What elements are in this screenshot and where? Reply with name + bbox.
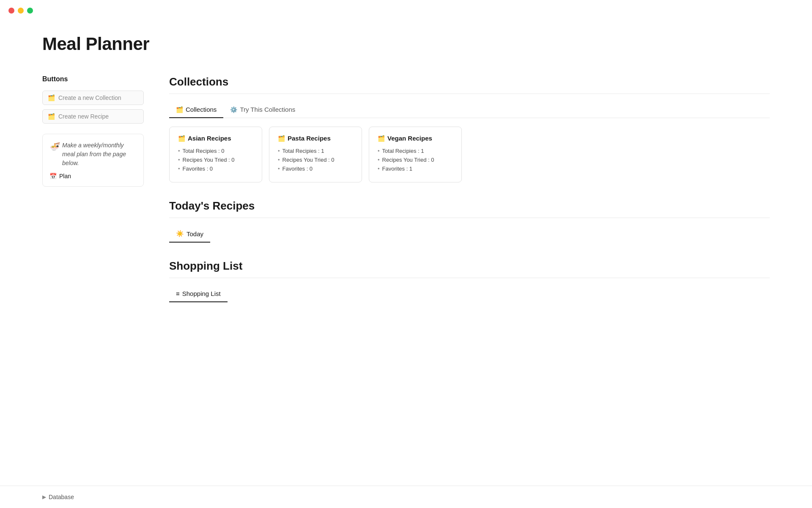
main-layout: Buttons 🗂️ Create a new Collection 🗂️ Cr… — [42, 75, 770, 319]
try-collections-tab-label: Try This Collections — [240, 106, 295, 113]
shopping-list-section: Shopping List ≡ Shopping List — [169, 260, 770, 302]
pasta-tried-recipies: Recipes You Tried : 0 — [278, 157, 353, 163]
tab-shopping-list[interactable]: ≡ Shopping List — [169, 286, 228, 302]
close-button[interactable] — [8, 8, 14, 14]
page-title: Meal Planner — [42, 34, 770, 54]
asian-recipes-label: Asian Recipes — [188, 135, 231, 142]
todays-recipes-divider — [169, 218, 770, 218]
tab-try-this-collections[interactable]: ⚙️ Try This Collections — [223, 102, 302, 118]
asian-total-recipies: Total Recipies : 0 — [178, 148, 253, 154]
collections-tabs: 🗂️ Collections ⚙️ Try This Collections — [169, 102, 770, 118]
plan-emoji: 📅 — [49, 173, 57, 179]
page-content: Meal Planner Buttons 🗂️ Create a new Col… — [0, 21, 812, 345]
tab-collections[interactable]: 🗂️ Collections — [169, 102, 223, 118]
create-collection-label: Create a new Collection — [58, 94, 121, 101]
try-collections-tab-icon: ⚙️ — [230, 106, 237, 113]
tab-today[interactable]: ☀️ Today — [169, 226, 210, 243]
info-card-description: Make a weekly/monthly meal plan from the… — [62, 141, 137, 168]
traffic-lights — [0, 0, 812, 21]
shopping-list-tab-label: Shopping List — [182, 290, 221, 297]
vegan-tried-recipies: Recipes You Tried : 0 — [378, 157, 453, 163]
pasta-recipes-card[interactable]: 🗂️ Pasta Recipes Total Recipies : 1 Reci… — [269, 127, 362, 182]
pasta-recipes-title: 🗂️ Pasta Recipes — [278, 135, 353, 142]
asian-favorites: Favorites : 0 — [178, 166, 253, 172]
info-card: 🍜 Make a weekly/monthly meal plan from t… — [42, 134, 144, 187]
collection-cards: 🗂️ Asian Recipes Total Recipies : 0 Reci… — [169, 127, 770, 182]
create-recipe-label: Create new Recipe — [58, 113, 109, 120]
database-link[interactable]: ▶ Database — [42, 494, 770, 500]
shopping-list-title: Shopping List — [169, 260, 770, 273]
collections-tab-label: Collections — [186, 106, 217, 113]
vegan-recipes-card[interactable]: 🗂️ Vegan Recipes Total Recipies : 1 Reci… — [369, 127, 462, 182]
create-recipe-button[interactable]: 🗂️ Create new Recipe — [42, 109, 144, 124]
collections-section: Collections 🗂️ Collections ⚙️ Try This C… — [169, 75, 770, 182]
today-tab-icon: ☀️ — [176, 230, 184, 237]
vegan-recipes-label: Vegan Recipes — [387, 135, 432, 142]
asian-recipes-icon: 🗂️ — [178, 135, 185, 142]
vegan-favorites: Favorites : 1 — [378, 166, 453, 172]
minimize-button[interactable] — [18, 8, 24, 14]
pasta-favorites: Favorites : 0 — [278, 166, 353, 172]
asian-recipes-title: 🗂️ Asian Recipes — [178, 135, 253, 142]
shopping-list-divider — [169, 278, 770, 278]
collections-tab-icon: 🗂️ — [176, 106, 183, 113]
collection-icon: 🗂️ — [48, 94, 55, 101]
collections-divider — [169, 94, 770, 94]
pasta-recipes-icon: 🗂️ — [278, 135, 285, 142]
vegan-total-recipies: Total Recipies : 1 — [378, 148, 453, 154]
pasta-total-recipies: Total Recipies : 1 — [278, 148, 353, 154]
asian-recipes-card[interactable]: 🗂️ Asian Recipes Total Recipies : 0 Reci… — [169, 127, 262, 182]
vegan-recipes-icon: 🗂️ — [378, 135, 385, 142]
today-tab-label: Today — [187, 230, 203, 237]
chevron-right-icon: ▶ — [42, 494, 46, 500]
maximize-button[interactable] — [27, 8, 33, 14]
asian-tried-recipies: Recipes You Tried : 0 — [178, 157, 253, 163]
shopping-list-tab-icon: ≡ — [176, 290, 180, 297]
database-label: Database — [49, 494, 74, 500]
database-footer: ▶ Database — [0, 486, 812, 508]
pasta-recipes-label: Pasta Recipes — [288, 135, 331, 142]
todays-recipes-title: Today's Recipes — [169, 199, 770, 213]
sidebar-section-title: Buttons — [42, 75, 144, 83]
create-collection-button[interactable]: 🗂️ Create a new Collection — [42, 91, 144, 105]
main-content: Collections 🗂️ Collections ⚙️ Try This C… — [169, 75, 770, 319]
sidebar: Buttons 🗂️ Create a new Collection 🗂️ Cr… — [42, 75, 144, 187]
vegan-recipes-title: 🗂️ Vegan Recipes — [378, 135, 453, 142]
info-card-text: 🍜 Make a weekly/monthly meal plan from t… — [49, 141, 137, 168]
collections-title: Collections — [169, 75, 770, 88]
recipe-icon: 🗂️ — [48, 113, 55, 120]
todays-recipes-section: Today's Recipes ☀️ Today — [169, 199, 770, 243]
plan-label: Plan — [59, 173, 71, 179]
plan-link[interactable]: 📅 Plan — [49, 173, 137, 179]
food-emoji: 🍜 — [49, 141, 59, 152]
